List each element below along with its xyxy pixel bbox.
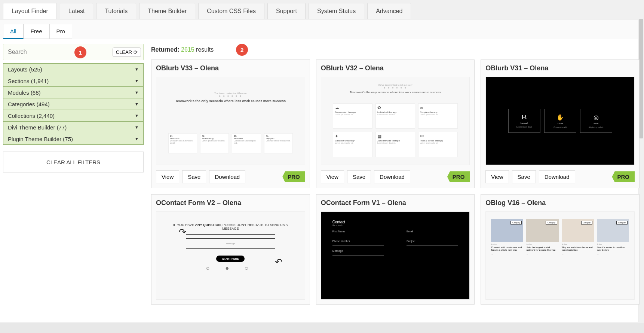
filter-sections[interactable]: Sections (1,941)▼ — [3, 75, 144, 87]
filter-layouts[interactable]: Layouts (525)▼ — [3, 63, 144, 75]
sidebar: 1 CLEAR ⟳ Layouts (525)▼ Sections (1,941… — [0, 39, 147, 333]
filter-divi-theme-builder[interactable]: Divi Theme Builder (77)▼ — [3, 121, 144, 133]
search-wrapper: 1 CLEAR ⟳ — [3, 44, 144, 60]
tab-theme-builder[interactable]: Theme Builder — [139, 3, 195, 19]
results-area: Returned: 2615 results 2 OBlurb V33 – Ol… — [147, 39, 644, 333]
view-button[interactable]: View — [156, 170, 179, 183]
pro-badge: PRO — [282, 171, 305, 182]
filter-categories[interactable]: Categories (494)▼ — [3, 98, 144, 110]
download-button[interactable]: Download — [374, 170, 410, 183]
tab-advanced[interactable]: Advanced — [367, 3, 411, 19]
pro-badge: PRO — [612, 171, 635, 182]
card-title: OBlurb V32 – Olena — [321, 64, 470, 72]
layout-card: OBlog V16 – Olena CategoryAuthorConnect … — [481, 194, 640, 305]
chevron-down-icon: ▼ — [135, 113, 139, 118]
save-button[interactable]: Save — [347, 170, 371, 183]
cards-grid: OBlurb V33 – Olena The dream makes the d… — [151, 59, 640, 305]
chevron-down-icon: ▼ — [135, 102, 139, 106]
clear-all-filters-button[interactable]: CLEAR ALL FILTERS — [3, 152, 144, 172]
card-thumbnail[interactable]: CategoryAuthorConnect with customers and… — [485, 211, 635, 300]
download-button[interactable]: Download — [539, 170, 575, 183]
card-title: OContact Form V2 – Olena — [156, 199, 305, 207]
save-button[interactable]: Save — [512, 170, 536, 183]
filter-collections[interactable]: Collections (2,440)▼ — [3, 110, 144, 122]
bottom-bar — [0, 323, 644, 333]
download-button[interactable]: Download — [209, 170, 245, 183]
chevron-down-icon: ▼ — [135, 67, 139, 71]
search-input[interactable] — [3, 49, 113, 55]
layout-card: OContact Form V2 – Olena IF YOU HAVE ANY… — [151, 194, 310, 305]
filter-modules[interactable]: Modules (68)▼ — [3, 86, 144, 98]
tab-support[interactable]: Support — [267, 3, 306, 19]
returned-suffix: results — [196, 46, 214, 53]
tab-latest[interactable]: Latest — [60, 3, 93, 19]
filters-list: Layouts (525)▼ Sections (1,941)▼ Modules… — [3, 63, 144, 145]
layout-card: OContact Form V1 – Olena Contact Get in … — [316, 194, 475, 305]
tab-system-status[interactable]: System Status — [309, 3, 364, 19]
card-title: OContact Form V1 – Olena — [321, 199, 470, 207]
card-thumbnail[interactable]: IF YOU HAVE ANY QUESTION, PLEASE DON'T H… — [156, 211, 305, 300]
card-title: OBlurb V31 – Olena — [485, 64, 635, 72]
pro-badge: PRO — [447, 171, 470, 182]
card-thumbnail[interactable]: The dream makes the difference ● ● ● ● ●… — [156, 77, 305, 165]
results-count-row: Returned: 2615 results 2 — [151, 44, 640, 56]
filter-plugin-theme-builder[interactable]: Plugin Theme Builder (75)▼ — [3, 133, 144, 145]
subtab-all[interactable]: All — [3, 24, 24, 39]
refresh-icon: ⟳ — [134, 49, 138, 55]
chevron-down-icon: ▼ — [135, 79, 139, 83]
sub-tabs: All Free Pro — [0, 19, 644, 39]
primary-tabs: Layout Finder Latest Tutorials Theme Bui… — [0, 0, 644, 19]
tab-layout-finder[interactable]: Layout Finder — [3, 3, 57, 19]
callout-badge-2: 2 — [236, 44, 248, 56]
view-button[interactable]: View — [321, 170, 344, 183]
card-title: OBlurb V33 – Olena — [156, 64, 305, 72]
layout-card: OBlurb V31 – Olena ⲘLaravelLorem ipsum d… — [481, 59, 640, 188]
tab-tutorials[interactable]: Tutorials — [96, 3, 136, 19]
chevron-down-icon: ▼ — [135, 137, 139, 141]
subtab-pro[interactable]: Pro — [49, 24, 72, 39]
callout-badge-1: 1 — [74, 46, 86, 58]
layout-card: OBlurb V32 – Olena We've been invited to… — [316, 59, 475, 188]
layout-card: OBlurb V33 – Olena The dream makes the d… — [151, 59, 310, 188]
tab-custom-css[interactable]: Custom CSS Files — [198, 3, 264, 19]
card-thumbnail[interactable]: We've been invited to tell our story ● ●… — [321, 77, 470, 165]
returned-prefix: Returned: — [151, 46, 180, 53]
view-button[interactable]: View — [485, 170, 509, 183]
chevron-down-icon: ▼ — [135, 125, 139, 129]
card-thumbnail[interactable]: ⲘLaravelLorem ipsum dolor ✋ThreeConsecte… — [485, 77, 635, 165]
clear-search-button[interactable]: CLEAR ⟳ — [113, 48, 141, 57]
returned-count: 2615 — [181, 46, 194, 53]
save-button[interactable]: Save — [182, 170, 206, 183]
clear-label: CLEAR — [116, 49, 132, 55]
chevron-down-icon: ▼ — [135, 90, 139, 95]
subtab-free[interactable]: Free — [24, 24, 49, 39]
card-thumbnail[interactable]: Contact Get in touch First NameEmail Pho… — [321, 211, 470, 300]
card-title: OBlog V16 – Olena — [485, 199, 635, 207]
